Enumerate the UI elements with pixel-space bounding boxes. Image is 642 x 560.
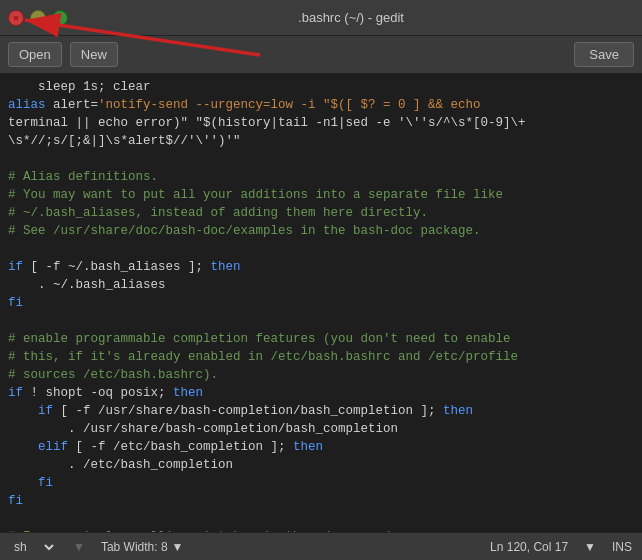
separator: ▼ xyxy=(73,540,85,554)
tab-width-arrow: ▼ xyxy=(172,540,184,554)
code-line: . /usr/share/bash-completion/bash_comple… xyxy=(8,420,634,438)
code-line: \s*//;s/[;&|]\s*alert$//'\'')'" xyxy=(8,132,634,150)
code-line xyxy=(8,240,634,258)
code-line: if [ -f ~/.bash_aliases ]; then xyxy=(8,258,634,276)
tab-width: Tab Width: 8 ▼ xyxy=(101,540,184,554)
code-line: terminal || echo error)" "$(history|tail… xyxy=(8,114,634,132)
tab-width-label: Tab Width: 8 xyxy=(101,540,168,554)
cursor-position-arrow: ▼ xyxy=(584,540,596,554)
code-line: . ~/.bash_aliases xyxy=(8,276,634,294)
cursor-position: Ln 120, Col 17 xyxy=(490,540,568,554)
code-line: fi xyxy=(8,294,634,312)
window-controls: ✕ xyxy=(8,10,68,26)
editor-area[interactable]: sleep 1s; clear alias alert='notify-send… xyxy=(0,74,642,532)
code-line: . /etc/bash_completion xyxy=(8,456,634,474)
code-line: if ! shopt -oq posix; then xyxy=(8,384,634,402)
code-line: elif [ -f /etc/bash_completion ]; then xyxy=(8,438,634,456)
language-select[interactable]: sh bash xyxy=(10,539,57,555)
code-line: # See /usr/share/doc/bash-doc/examples i… xyxy=(8,222,634,240)
minimize-button[interactable] xyxy=(30,10,46,26)
statusbar-right: Ln 120, Col 17 ▼ INS xyxy=(490,540,632,554)
titlebar: ✕ .bashrc (~/) - gedit xyxy=(0,0,642,36)
code-line: # You may want to put all your additions… xyxy=(8,186,634,204)
code-line: # sources /etc/bash.bashrc). xyxy=(8,366,634,384)
open-button[interactable]: Open xyxy=(8,42,62,67)
code-line: fi xyxy=(8,492,634,510)
code-line: # enable programmable completion feature… xyxy=(8,330,634,348)
close-button[interactable]: ✕ xyxy=(8,10,24,26)
language-selector[interactable]: sh bash xyxy=(10,539,57,555)
toolbar: Open New Save xyxy=(0,36,642,74)
code-line: alias alert='notify-send --urgency=low -… xyxy=(8,96,634,114)
main-window: ✕ .bashrc (~/) - gedit Open New Save sle… xyxy=(0,0,642,560)
code-line: if [ -f /usr/share/bash-completion/bash_… xyxy=(8,402,634,420)
code-line xyxy=(8,150,634,168)
code-line: fi xyxy=(8,474,634,492)
new-button[interactable]: New xyxy=(70,42,118,67)
code-line xyxy=(8,510,634,528)
code-line: sleep 1s; clear xyxy=(8,78,634,96)
statusbar: sh bash ▼ Tab Width: 8 ▼ Ln 120, Col 17 … xyxy=(0,532,642,560)
code-line: # ~/.bash_aliases, instead of adding the… xyxy=(8,204,634,222)
code-line xyxy=(8,312,634,330)
save-button[interactable]: Save xyxy=(574,42,634,67)
code-line: # this, if it's already enabled in /etc/… xyxy=(8,348,634,366)
maximize-button[interactable] xyxy=(52,10,68,26)
insert-mode: INS xyxy=(612,540,632,554)
window-title: .bashrc (~/) - gedit xyxy=(68,10,634,25)
code-line: # Alias definitions. xyxy=(8,168,634,186)
